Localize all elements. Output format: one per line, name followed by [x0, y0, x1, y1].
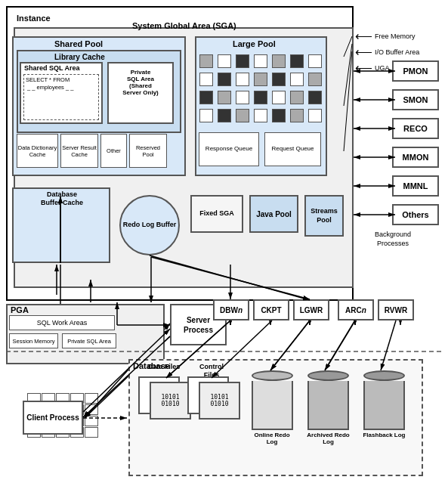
shared-sql-label: Shared SQL Area — [24, 64, 100, 72]
reco-box: RECO — [392, 118, 439, 139]
online-redo-label: Online Redo Log — [249, 432, 295, 445]
arcn-box: ARCn — [338, 299, 374, 320]
mmnl-label: MMNL — [403, 181, 428, 190]
archived-redo-label: Archived Redo Log — [304, 432, 353, 445]
data-file-box-2: 1010101010 — [150, 382, 191, 420]
redo-log-buffer-box: Redo Log Buffer — [119, 195, 180, 255]
other-box: Other — [100, 134, 127, 168]
dbc-label: DatabaseBuffer Cache — [17, 190, 107, 207]
instance-label: Instance — [17, 14, 51, 23]
large-pool-label: Large Pool — [233, 39, 276, 48]
archived-redo-log: Archived Redo Log — [304, 370, 353, 445]
mmnl-box: MMNL — [392, 175, 439, 197]
flashback-log-label: Flashback Log — [360, 432, 409, 438]
others-box: Others — [392, 204, 439, 225]
client-process-box: Client Process — [23, 401, 83, 435]
sga-label: System Global Area (SGA) — [132, 21, 236, 30]
library-cache-label: Library Cache — [54, 53, 105, 61]
private-sql-text: PrivateSQL Area(SharedServer Only) — [111, 66, 170, 99]
smon-label: SMON — [403, 95, 428, 104]
dbc-box: DatabaseBuffer Cache — [12, 187, 110, 263]
uga-label: UGA — [375, 64, 390, 72]
ckpt-box: CKPT — [253, 299, 289, 320]
flashback-log: Flashback Log — [360, 370, 409, 438]
free-memory-label: Free Memory — [375, 33, 416, 40]
control-file-box-2: 1010101010 — [199, 382, 240, 420]
mmon-box: MMON — [392, 147, 439, 168]
dbwn-box: DBWn — [213, 299, 249, 320]
diagram-container: Instance System Global Area (SGA) Shared… — [0, 0, 448, 483]
response-queue-box: Response Queue — [199, 132, 259, 166]
java-pool-box: Java Pool — [249, 195, 298, 233]
reco-label: RECO — [403, 124, 428, 133]
rvwr-box: RVWR — [378, 299, 414, 320]
request-queue-box: Request Queue — [264, 132, 321, 166]
streams-pool-box: Streams Pool — [304, 195, 344, 237]
shared-pool-label: Shared Pool — [54, 39, 103, 48]
private-sql-box: PrivateSQL Area(SharedServer Only) — [107, 62, 174, 124]
io-buffer-label: I/O Buffer Area — [375, 48, 419, 56]
shared-sql-content: SELECT * FROM _ _ employees _ _ — [23, 74, 99, 120]
pmon-box: PMON — [392, 60, 439, 82]
sql-work-areas: SQL Work Areas — [9, 315, 115, 330]
session-memory: Session Memory — [9, 333, 58, 348]
reserved-pool-box: Reserved Pool — [129, 134, 167, 168]
data-files-label: Data Files — [145, 363, 183, 371]
mmon-label: MMON — [403, 153, 429, 162]
shared-sql-box: Shared SQL Area SELECT * FROM _ _ employ… — [20, 62, 103, 124]
private-sql-area: Private SQL Area — [62, 333, 116, 348]
lgwr-box: LGWR — [293, 299, 329, 320]
pga-label: PGA — [11, 305, 29, 314]
smon-box: SMON — [392, 89, 439, 110]
fixed-sga-box: Fixed SGA — [190, 195, 243, 233]
online-redo-log: Online Redo Log — [249, 370, 295, 445]
data-dict-box: Data Dictionary Cache — [17, 134, 58, 168]
pmon-label: PMON — [403, 67, 428, 76]
large-pool-dots — [196, 51, 326, 127]
bg-processes-label: Background Processes — [363, 231, 423, 248]
server-result-box: Server Result Cache — [60, 134, 98, 168]
others-label: Others — [402, 210, 428, 219]
